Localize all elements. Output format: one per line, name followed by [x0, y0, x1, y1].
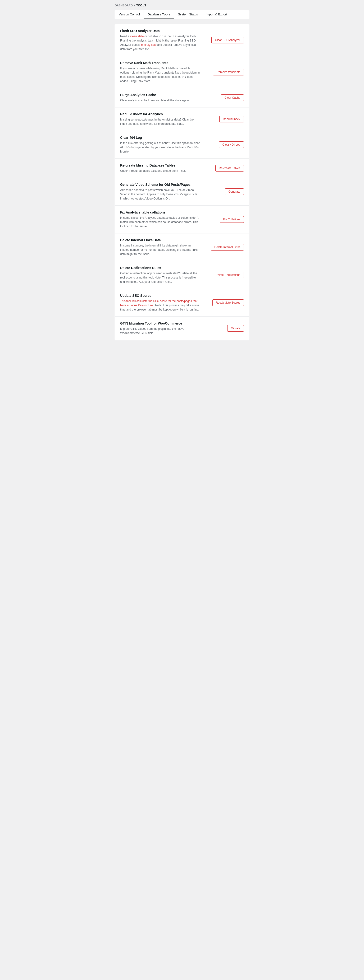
- tool-action-update-seo-scores: Recalculate Scores: [212, 299, 244, 306]
- remove-transients-button[interactable]: Remove transients: [213, 69, 244, 75]
- tool-title-fix-collations: Fix Analytics table collations: [120, 210, 200, 214]
- tool-content-fix-collations: Fix Analytics table collations In some c…: [120, 210, 206, 229]
- tool-description-rebuild-index: Missing some posts/pages in the Analytic…: [120, 118, 200, 126]
- tab-database-tools[interactable]: Database Tools: [144, 10, 174, 19]
- tool-action-fix-collations: Fix Collations: [220, 216, 244, 223]
- tab-system-status[interactable]: System Status: [174, 10, 202, 19]
- tool-title-purge-cache: Purge Analytics Cache: [120, 93, 200, 97]
- tool-description-flush-seo-analyzer: Need a clean slate or not able to run th…: [120, 34, 200, 51]
- tool-item-update-seo-scores: Update SEO Scores This tool will calcula…: [115, 289, 249, 317]
- breadcrumb-current: TOOLS: [136, 4, 146, 7]
- tool-item-clear-404: Clear 404 Log Is the 404 error log getti…: [115, 131, 249, 159]
- tool-title-delete-internal-links: Delete Internal Links Data: [120, 238, 200, 242]
- tool-title-flush-seo-analyzer: Flush SEO Analyzer Data: [120, 29, 200, 33]
- tool-item-generate-video-schema: Generate Video Schema for Old Posts/Page…: [115, 178, 249, 206]
- tool-item-delete-internal-links: Delete Internal Links Data In some insta…: [115, 234, 249, 261]
- tool-action-flush-seo-analyzer: Clear SEO Analyzer: [211, 37, 244, 43]
- tool-action-clear-404: Clear 404 Log: [219, 142, 244, 148]
- tool-action-delete-internal-links: Delete Internal Links: [211, 244, 244, 250]
- tool-action-gtin-migration: Migrate: [227, 325, 244, 332]
- tool-description-fix-collations: In some cases, the Analytics database ta…: [120, 216, 200, 229]
- tool-action-rebuild-index: Rebuild Index: [220, 116, 244, 123]
- tool-description-generate-video-schema: Add Video schema to posts which have You…: [120, 188, 200, 201]
- tool-description-clear-404: Is the 404 error log getting out of hand…: [120, 141, 200, 154]
- tool-description-purge-cache: Clear analytics cache to re-calculate al…: [120, 98, 200, 102]
- tool-action-purge-cache: Clear Cache: [221, 94, 244, 101]
- tool-item-recreate-tables: Re-create Missing Database Tables Check …: [115, 159, 249, 178]
- tool-action-recreate-tables: Re-create Tables: [215, 165, 244, 172]
- migrate-button[interactable]: Migrate: [227, 325, 244, 332]
- tool-title-update-seo-scores: Update SEO Scores: [120, 294, 200, 298]
- tool-item-flush-seo-analyzer: Flush SEO Analyzer Data Need a clean sla…: [115, 24, 249, 56]
- tool-content-delete-redirections: Delete Redirections Rules Getting a redi…: [120, 266, 206, 284]
- tool-content-gtin-migration: GTIN Migration Tool for WooCommerce Migr…: [120, 321, 206, 335]
- tool-content-update-seo-scores: Update SEO Scores This tool will calcula…: [120, 294, 206, 312]
- tool-action-delete-redirections: Delete Redirections: [212, 272, 244, 278]
- page-wrapper: DASHBOARD / TOOLS Version Control Databa…: [111, 0, 253, 344]
- tool-description-update-seo-scores: This tool will calculate the SEO score f…: [120, 299, 200, 312]
- tool-title-delete-redirections: Delete Redirections Rules: [120, 266, 200, 270]
- tool-content-remove-transients: Remove Rank Math Transients If you see a…: [120, 61, 206, 83]
- tool-description-delete-internal-links: In some instances, the internal links da…: [120, 243, 200, 256]
- clear-cache-button[interactable]: Clear Cache: [221, 94, 244, 101]
- tool-title-recreate-tables: Re-create Missing Database Tables: [120, 164, 200, 167]
- clear-404-log-button[interactable]: Clear 404 Log: [219, 142, 244, 148]
- tool-item-remove-transients: Remove Rank Math Transients If you see a…: [115, 56, 249, 88]
- breadcrumb: DASHBOARD / TOOLS: [115, 4, 249, 7]
- breadcrumb-separator: /: [134, 4, 135, 7]
- delete-redirections-button[interactable]: Delete Redirections: [212, 272, 244, 278]
- tool-action-generate-video-schema: Generate: [225, 188, 244, 195]
- tool-content-purge-cache: Purge Analytics Cache Clear analytics ca…: [120, 93, 206, 102]
- fix-collations-button[interactable]: Fix Collations: [220, 216, 244, 223]
- tool-title-generate-video-schema: Generate Video Schema for Old Posts/Page…: [120, 183, 200, 186]
- tool-description-recreate-tables: Check if required tables exist and creat…: [120, 169, 200, 173]
- tool-item-gtin-migration: GTIN Migration Tool for WooCommerce Migr…: [115, 317, 249, 340]
- tool-action-remove-transients: Remove transients: [213, 69, 244, 75]
- tab-import-export[interactable]: Import & Export: [202, 10, 231, 19]
- tool-content-rebuild-index: Rebuild Index for Analytics Missing some…: [120, 112, 206, 126]
- tab-version-control[interactable]: Version Control: [115, 10, 144, 19]
- tool-description-remove-transients: If you see any issue while using Rank Ma…: [120, 66, 200, 83]
- tool-content-flush-seo-analyzer: Flush SEO Analyzer Data Need a clean sla…: [120, 29, 206, 51]
- tool-title-rebuild-index: Rebuild Index for Analytics: [120, 112, 200, 116]
- tool-item-fix-collations: Fix Analytics table collations In some c…: [115, 206, 249, 234]
- recreate-tables-button[interactable]: Re-create Tables: [215, 165, 244, 172]
- tool-description-gtin-migration: Migrate GTIN values from the plugin into…: [120, 327, 200, 335]
- rebuild-index-button[interactable]: Rebuild Index: [220, 116, 244, 123]
- tool-content-recreate-tables: Re-create Missing Database Tables Check …: [120, 164, 206, 173]
- tool-content-clear-404: Clear 404 Log Is the 404 error log getti…: [120, 136, 206, 154]
- breadcrumb-parent: DASHBOARD: [115, 4, 133, 7]
- recalculate-scores-button[interactable]: Recalculate Scores: [212, 299, 244, 306]
- tool-item-delete-redirections: Delete Redirections Rules Getting a redi…: [115, 261, 249, 289]
- tool-title-gtin-migration: GTIN Migration Tool for WooCommerce: [120, 321, 200, 325]
- tabs-bar: Version Control Database Tools System St…: [115, 10, 249, 19]
- tool-description-delete-redirections: Getting a redirection loop or need a fre…: [120, 271, 200, 284]
- tool-content-delete-internal-links: Delete Internal Links Data In some insta…: [120, 238, 206, 256]
- tool-content-generate-video-schema: Generate Video Schema for Old Posts/Page…: [120, 183, 206, 201]
- tool-item-purge-cache: Purge Analytics Cache Clear analytics ca…: [115, 88, 249, 107]
- clear-seo-analyzer-button[interactable]: Clear SEO Analyzer: [211, 37, 244, 43]
- tool-title-remove-transients: Remove Rank Math Transients: [120, 61, 200, 65]
- tool-title-clear-404: Clear 404 Log: [120, 136, 200, 140]
- generate-button[interactable]: Generate: [225, 188, 244, 195]
- tools-container: Flush SEO Analyzer Data Need a clean sla…: [115, 24, 249, 340]
- tool-item-rebuild-index: Rebuild Index for Analytics Missing some…: [115, 107, 249, 131]
- delete-internal-links-button[interactable]: Delete Internal Links: [211, 244, 244, 250]
